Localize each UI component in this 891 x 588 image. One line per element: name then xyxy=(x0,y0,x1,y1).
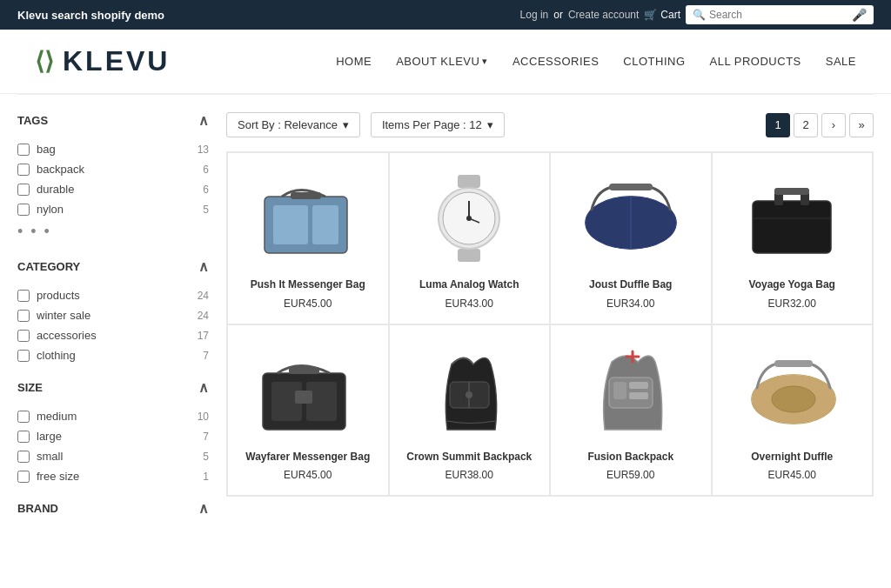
svg-rect-3 xyxy=(291,192,321,199)
pagination: 1 2 › » xyxy=(766,113,874,137)
sort-by-dropdown[interactable]: Sort By : Relevance ▾ xyxy=(226,112,360,137)
product-image-4 xyxy=(740,170,844,266)
product-price-1: EUR45.00 xyxy=(284,297,332,310)
items-per-page-dropdown[interactable]: Items Per Page : 12 ▾ xyxy=(371,112,505,137)
filter-category-header[interactable]: CATEGORY ∧ xyxy=(17,258,209,278)
size-small-checkbox[interactable] xyxy=(17,451,30,463)
size-medium-checkbox[interactable] xyxy=(17,411,30,423)
tag-bag-checkbox[interactable] xyxy=(17,144,30,156)
top-bar-center: Log in or Create account 🛒 Cart 🔍 🎤 xyxy=(520,5,874,24)
product-name-3: Joust Duffle Bag xyxy=(589,278,672,292)
filter-size-freesize: free size 1 xyxy=(17,470,209,483)
tag-durable-count: 6 xyxy=(203,184,209,196)
product-price-6: EUR38.00 xyxy=(446,469,493,481)
search-input[interactable] xyxy=(709,9,848,21)
product-card-4[interactable]: Voyage Yoga Bag EUR32.00 xyxy=(712,152,874,324)
size-large-label: large xyxy=(37,430,62,443)
cat-products-checkbox[interactable] xyxy=(17,290,30,302)
product-name-4: Voyage Yoga Bag xyxy=(749,278,835,292)
category-chevron-icon: ∧ xyxy=(198,258,209,275)
cat-clothing-label: clothing xyxy=(37,349,76,362)
filter-size-small: small 5 xyxy=(17,450,209,463)
product-card-7[interactable]: Fusion Backpack EUR59.00 xyxy=(550,324,712,497)
page-next-button[interactable]: › xyxy=(821,113,846,137)
tag-durable-checkbox[interactable] xyxy=(17,184,30,196)
product-name-8: Overnight Duffle xyxy=(751,451,833,464)
product-card-8[interactable]: Overnight Duffle EUR45.00 xyxy=(712,324,874,497)
tag-bag-label: bag xyxy=(37,143,56,156)
cart-button[interactable]: 🛒 Cart xyxy=(644,9,680,21)
tag-backpack-label: backpack xyxy=(37,163,84,176)
size-large-checkbox[interactable] xyxy=(17,431,30,443)
sidebar: TAGS ∧ bag 13 backpack 6 d xyxy=(17,112,209,538)
filter-tags: TAGS ∧ bag 13 backpack 6 d xyxy=(17,112,209,241)
cat-accessories-checkbox[interactable] xyxy=(17,330,30,342)
product-name-1: Push It Messenger Bag xyxy=(251,278,365,292)
nav-accessories[interactable]: ACCESSORIES xyxy=(512,55,599,68)
nav-sale[interactable]: SALE xyxy=(826,55,856,68)
cat-wintersale-checkbox[interactable] xyxy=(17,310,30,322)
page-2-button[interactable]: 2 xyxy=(794,113,818,137)
create-account-link[interactable]: Create account xyxy=(568,9,639,21)
cat-accessories-label: accessories xyxy=(37,329,97,342)
items-chevron-icon: ▾ xyxy=(487,118,493,131)
top-bar: Klevu search shopify demo Log in or Crea… xyxy=(0,0,891,30)
svg-rect-29 xyxy=(613,382,626,399)
filter-tag-durable: durable 6 xyxy=(17,183,209,196)
product-card-5[interactable]: Wayfarer Messenger Bag EUR45.00 xyxy=(227,324,389,497)
tag-nylon-checkbox[interactable] xyxy=(17,204,30,216)
filter-cat-products: products 24 xyxy=(17,289,209,302)
product-card-3[interactable]: Joust Duffle Bag EUR34.00 xyxy=(550,152,712,324)
tag-nylon-count: 5 xyxy=(203,204,209,216)
filter-tag-bag: bag 13 xyxy=(17,143,209,156)
product-name-2: Luma Analog Watch xyxy=(419,278,519,292)
nav-about[interactable]: ABOUT KLEVU xyxy=(396,55,488,68)
tag-backpack-checkbox[interactable] xyxy=(17,164,30,176)
size-small-count: 5 xyxy=(203,451,209,463)
svg-rect-24 xyxy=(295,391,312,404)
product-grid: Push It Messenger Bag EUR45.00 xyxy=(226,151,874,497)
nav-home[interactable]: HOME xyxy=(336,55,372,68)
size-freesize-label: free size xyxy=(37,470,79,483)
svg-rect-5 xyxy=(458,249,480,262)
logo[interactable]: ⟨⟩ KLEVU xyxy=(35,45,170,77)
page-1-button[interactable]: 1 xyxy=(766,113,790,137)
nav-all-products[interactable]: ALL PRODUCTS xyxy=(710,55,801,68)
cat-products-count: 24 xyxy=(198,290,209,302)
product-price-2: EUR43.00 xyxy=(446,297,493,310)
product-card-6[interactable]: Crown Summit Backpack EUR38.00 xyxy=(389,324,551,497)
cat-clothing-checkbox[interactable] xyxy=(17,350,30,362)
login-link[interactable]: Log in xyxy=(520,9,549,21)
product-price-5: EUR45.00 xyxy=(284,469,332,481)
tag-backpack-count: 6 xyxy=(203,164,209,176)
filter-tags-header[interactable]: TAGS ∧ xyxy=(17,112,209,132)
header: ⟨⟩ KLEVU HOME ABOUT KLEVU ACCESSORIES CL… xyxy=(0,30,891,94)
size-freesize-checkbox[interactable] xyxy=(17,471,30,483)
filter-size-header[interactable]: SIZE ∧ xyxy=(17,379,209,399)
nav-clothing[interactable]: CLOTHING xyxy=(623,55,685,68)
product-image-7 xyxy=(579,343,683,438)
tags-chevron-icon: ∧ xyxy=(198,112,209,129)
size-chevron-icon: ∧ xyxy=(198,379,209,396)
product-card-2[interactable]: Luma Analog Watch EUR43.00 xyxy=(389,152,551,324)
site-name: Klevu search shopify demo xyxy=(17,9,164,22)
mic-icon[interactable]: 🎤 xyxy=(852,8,867,22)
product-card-1[interactable]: Push It Messenger Bag EUR45.00 xyxy=(227,152,389,324)
svg-rect-31 xyxy=(629,392,648,399)
brand-chevron-icon: ∧ xyxy=(198,500,209,517)
svg-rect-15 xyxy=(753,201,831,253)
svg-rect-37 xyxy=(774,360,813,367)
more-dots[interactable]: • • • xyxy=(17,223,209,241)
product-name-5: Wayfarer Messenger Bag xyxy=(245,451,370,464)
items-per-page-label: Items Per Page : 12 xyxy=(382,118,482,131)
search-box[interactable]: 🔍 🎤 xyxy=(686,5,874,24)
product-price-4: EUR32.00 xyxy=(768,297,816,310)
filter-size: SIZE ∧ medium 10 large 7 s xyxy=(17,379,209,483)
filter-brand-header[interactable]: BRAND ∧ xyxy=(17,500,209,520)
page-last-button[interactable]: » xyxy=(849,113,874,137)
cat-wintersale-label: winter sale xyxy=(37,309,90,322)
size-medium-label: medium xyxy=(37,410,77,423)
filter-category: CATEGORY ∧ products 24 winter sale 24 xyxy=(17,258,209,362)
svg-rect-23 xyxy=(289,367,319,374)
logo-text: KLEVU xyxy=(63,45,170,77)
